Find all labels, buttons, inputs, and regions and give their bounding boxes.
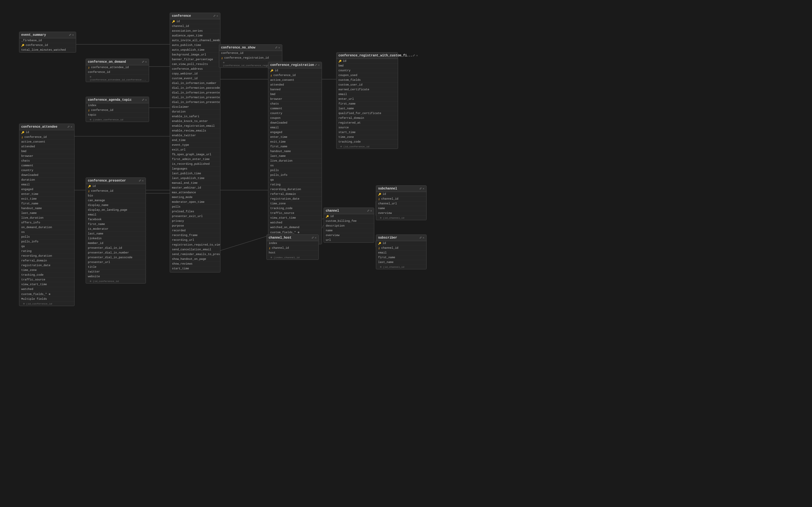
field-name: copy_webinar_id: [172, 72, 198, 75]
field-name: email: [88, 213, 96, 216]
field-name: attended: [21, 145, 35, 148]
expand-icon[interactable]: ⤢: [275, 46, 277, 49]
index-info: ⊕ (id_conference_id: [340, 145, 369, 148]
field-row: tracking_code: [19, 273, 74, 278]
field-row: channel_id: [170, 24, 220, 29]
table-header-conference-registration: conference_registration ⤢ ✕: [268, 62, 322, 68]
field-row: 🔑 conference_id: [19, 43, 76, 48]
field-row: 🔑 id: [268, 68, 322, 73]
field-row: traffic_source: [268, 211, 322, 216]
field-name: id: [26, 131, 29, 134]
field-row: qualified_for_certificate: [337, 111, 398, 116]
field-row: url: [324, 238, 374, 242]
close-icon[interactable]: ✕: [423, 236, 424, 239]
field-row: 🔑 id: [170, 19, 220, 24]
field-name: channel_url: [378, 202, 397, 205]
field-name: browser: [270, 98, 282, 101]
close-icon[interactable]: ✕: [217, 14, 218, 18]
field-name: twitter: [88, 270, 100, 274]
field-name: registration_date: [270, 198, 299, 201]
field-row: email: [268, 125, 322, 130]
expand-icon[interactable]: ⤢: [142, 98, 144, 102]
field-name: polls_info: [270, 174, 287, 177]
expand-icon[interactable]: ⤢: [142, 60, 144, 64]
pk-icon: 🔑: [21, 44, 24, 47]
field-name: earned_certificate: [339, 88, 369, 91]
field-row: is_recording_published: [170, 162, 220, 167]
field-name: description: [326, 224, 345, 228]
field-row: exit_url: [170, 148, 220, 153]
expand-icon[interactable]: ⤢: [67, 125, 70, 129]
close-icon[interactable]: ✕: [145, 60, 147, 64]
table-name: subchannel: [378, 187, 397, 190]
field-row: first_name: [19, 202, 74, 206]
field-name: bmd: [339, 64, 344, 67]
close-icon[interactable]: ✕: [278, 46, 280, 49]
fk-icon: ⚷: [21, 136, 23, 139]
field-name: auto_invite_all_channel_members: [172, 39, 220, 42]
field-row: copy_webinar_id: [170, 72, 220, 76]
field-row: last_unpublish_time: [170, 176, 220, 181]
fk-icon: ⚷: [378, 247, 380, 250]
field-row: banner_filter_percentage: [170, 57, 220, 62]
field-name: watched_on_demand: [270, 226, 299, 229]
field-name: tracking_code: [270, 207, 293, 210]
field-name: chats: [21, 159, 30, 163]
close-icon[interactable]: ✕: [145, 98, 147, 102]
index-info: ⊕ (index_conference_id: [90, 118, 123, 121]
field-row: polls: [268, 168, 322, 173]
field-name: last_name: [21, 212, 37, 215]
field-row: first_name: [337, 102, 398, 107]
field-name: rating: [21, 250, 32, 253]
expand-icon[interactable]: ⤢: [69, 33, 71, 37]
field-name: custom_fields_* ⊕: [21, 292, 50, 296]
close-icon[interactable]: ✕: [142, 179, 144, 182]
close-icon[interactable]: ✕: [72, 33, 74, 37]
field-row: qa: [268, 178, 322, 182]
field-name: last_name: [378, 261, 394, 264]
close-icon[interactable]: ✕: [370, 209, 372, 213]
close-icon[interactable]: ✕: [315, 236, 316, 239]
expand-icon[interactable]: ⤢: [367, 209, 369, 213]
field-name: id: [92, 185, 96, 188]
field-row: bmd: [268, 92, 322, 97]
field-name: time_zone: [270, 202, 286, 205]
close-icon[interactable]: ✕: [318, 63, 320, 67]
field-row: live_duration: [19, 216, 74, 221]
field-name: max_attendance: [172, 191, 196, 194]
field-row: email: [337, 92, 398, 97]
index-row: ⊕ (id_conference_id: [337, 145, 398, 149]
expand-icon[interactable]: ⤢: [419, 187, 422, 190]
expand-icon[interactable]: ⤢: [419, 236, 422, 239]
field-name: conference_id: [88, 71, 110, 74]
field-name: source: [339, 126, 349, 129]
field-name: index: [88, 104, 96, 107]
pk-icon: 🔑: [21, 131, 24, 134]
field-name: country: [270, 112, 282, 115]
close-icon[interactable]: ✕: [416, 54, 418, 57]
field-name: downloaded: [270, 121, 287, 124]
close-icon[interactable]: ✕: [71, 125, 72, 129]
table-name: conference_presenter: [88, 179, 126, 182]
field-row: disclaimer: [170, 105, 220, 110]
table-name-event-summary: event_summary: [21, 33, 46, 37]
table-header-conference-presenter: conference_presenter ⤢ ✕: [86, 178, 146, 184]
expand-icon[interactable]: ⤢: [315, 63, 317, 67]
close-icon[interactable]: ✕: [423, 187, 424, 190]
field-name: disclaimer: [172, 106, 189, 109]
field-row: duration: [19, 178, 74, 182]
field-row: event_type: [170, 143, 220, 148]
field-name: os: [270, 164, 274, 167]
field-name: association_series: [172, 30, 203, 33]
field-row: ⚷ conference_attendee_id: [86, 65, 149, 70]
field-row: tags: [170, 271, 220, 273]
table-conference: conference ⤢ ✕ 🔑 id channel_id associati…: [170, 13, 220, 273]
expand-icon[interactable]: ⤢: [413, 54, 415, 57]
field-row: country: [337, 68, 398, 73]
expand-icon[interactable]: ⤢: [311, 236, 314, 239]
field-row: association_series: [170, 29, 220, 34]
field-name: polls: [270, 169, 279, 172]
expand-icon[interactable]: ⤢: [139, 179, 141, 182]
expand-icon[interactable]: ⤢: [213, 14, 216, 18]
fk-icon: ⚷: [88, 109, 90, 112]
